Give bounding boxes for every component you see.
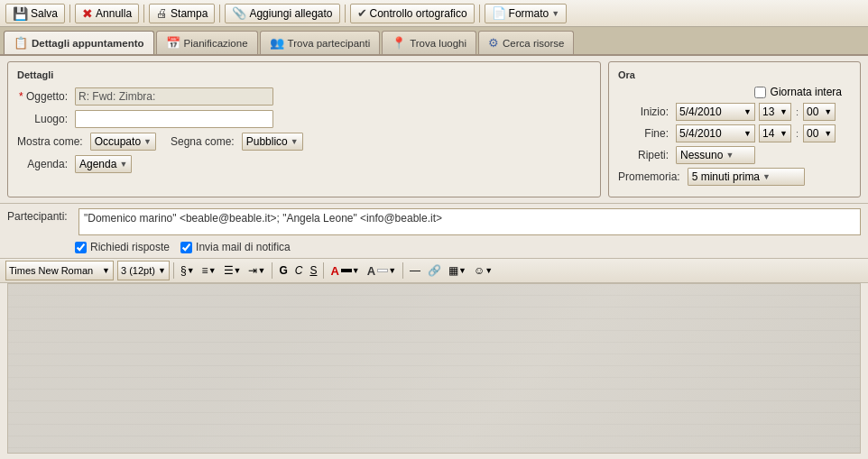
save-button[interactable]: 💾 Salva [5,4,65,23]
dettagli-title: Dettagli [17,69,591,82]
font-color-icon: A [330,264,338,278]
promemoria-row: Promemoria: 5 minuti prima ▼ [618,168,851,186]
link-btn[interactable]: 🔗 [425,261,444,280]
luogo-label: Luogo: [17,113,71,125]
format-arrow-icon: ▼ [551,9,559,18]
tab-luoghi-icon: 📍 [392,36,406,50]
italic-btn[interactable]: C [292,261,306,280]
editor-area[interactable] [7,283,861,454]
luogo-input[interactable] [75,110,273,128]
format-button[interactable]: 📄 Formato ▼ [485,4,568,23]
mostra-arrow-icon: ▼ [143,137,152,146]
inizio-m-arrow: ▼ [824,107,832,116]
sep1 [69,5,70,23]
inizio-h-btn[interactable]: 13 ▼ [759,103,791,121]
hr-btn[interactable]: — [407,261,423,280]
checkbox-row: Richiedi risposte Invia mail di notifica [0,238,868,258]
font-size-dropdown[interactable]: 3 (12pt) ▼ [117,261,170,280]
tab-luoghi[interactable]: 📍 Trova luoghi [382,31,476,54]
tab-risorse-label: Cerca risorse [503,38,564,49]
inizio-m-value: 00 [807,106,818,118]
inizio-h-arrow: ▼ [780,107,788,116]
main-panel: Dettagli Oggetto: Luogo: Mostra come: Oc… [0,56,868,459]
giornata-intera-checkbox[interactable] [754,87,766,98]
fine-h-arrow: ▼ [780,129,788,138]
font-family-value: Times New Roman [9,265,93,276]
font-family-dropdown[interactable]: Times New Roman ▼ [5,261,114,280]
tab-risorse[interactable]: ⚙ Cerca risorse [478,31,574,54]
font-size-value: 3 (12pt) [121,265,155,276]
attach-button[interactable]: 📎 Aggiungi allegato [225,4,339,23]
fine-label: Fine: [618,127,672,140]
tab-partecipanti[interactable]: 👥 Trova partecipanti [260,31,381,54]
details-ora-section: Dettagli Oggetto: Luogo: Mostra come: Oc… [0,56,868,204]
format-toolbar: Times New Roman ▼ 3 (12pt) ▼ §▼ ≡▼ ☰▼ ⇥▼… [0,258,868,283]
indent-btn[interactable]: ⇥▼ [245,261,268,280]
partecipanti-value: "Domenico marino" <beable@beable.it>; "A… [84,212,442,225]
inizio-date-value: 5/4/2010 [679,106,722,118]
paragraph-style-btn[interactable]: §▼ [178,261,198,280]
partecipanti-field[interactable]: "Domenico marino" <beable@beable.it>; "A… [78,208,861,235]
save-icon: 💾 [13,6,28,21]
ripeti-value: Nessuno [680,149,723,161]
inizio-date-btn[interactable]: 5/4/2010 ▼ [676,103,755,121]
list-btn[interactable]: ☰▼ [221,261,245,280]
cancel-label: Annulla [96,7,132,20]
spell-button[interactable]: ✔ Controllo ortografico [350,4,475,23]
richiedi-risposte-checkbox[interactable] [75,242,87,253]
print-icon: 🖨 [156,6,168,20]
segna-label: Segna come: [171,135,235,148]
highlight-btn[interactable]: A ▼ [365,261,399,280]
indent-arrow: ▼ [257,266,265,275]
ripeti-label: Ripeti: [618,149,672,161]
tab-partecipanti-icon: 👥 [270,36,284,50]
segna-dropdown[interactable]: Pubblico ▼ [242,133,303,151]
font-color-btn[interactable]: A ▼ [328,261,362,280]
attach-label: Aggiungi allegato [249,7,332,20]
para-arrow: ▼ [187,266,195,275]
fmt-sep4 [402,262,403,279]
tab-dettagli[interactable]: 📋 Dettagli appuntamento [4,31,154,54]
mostra-label: Mostra come: [17,135,87,148]
ripeti-row: Ripeti: Nessuno ▼ [618,146,851,164]
fine-m-arrow: ▼ [824,129,832,138]
ora-title: Ora [618,69,851,80]
promemoria-arrow-icon: ▼ [762,172,771,181]
fine-date-btn[interactable]: 5/4/2010 ▼ [676,124,755,142]
bold-btn[interactable]: G [276,261,290,280]
tab-pianificazione-icon: 📅 [166,36,180,50]
mostra-dropdown[interactable]: Occupato ▼ [90,133,156,151]
cancel-button[interactable]: ✖ Annulla [75,4,139,23]
spell-icon: ✔ [357,6,367,20]
align-btn[interactable]: ≡▼ [199,261,219,280]
underline-btn[interactable]: S [307,261,319,280]
spell-label: Controllo ortografico [370,7,467,20]
fine-m-btn[interactable]: 00 ▼ [803,124,836,142]
tab-pianificazione[interactable]: 📅 Pianificazione [156,31,258,54]
tab-risorse-icon: ⚙ [488,36,499,50]
emoji-btn[interactable]: ☺ ▼ [471,261,495,280]
fine-row: Fine: 5/4/2010 ▼ 14 ▼ : 00 ▼ [618,124,851,142]
promemoria-label: Promemoria: [618,170,684,183]
fmt-sep3 [323,262,324,279]
giornata-intera-label: Giornata intera [771,86,842,98]
table-btn[interactable]: ▦ ▼ [446,261,469,280]
oggetto-input[interactable] [75,87,273,106]
print-button[interactable]: 🖨 Stampa [149,4,215,23]
richiedi-risposte-item[interactable]: Richiedi risposte [75,241,170,253]
sep4 [345,5,346,23]
highlight-icon: A [367,264,375,278]
promemoria-dropdown[interactable]: 5 minuti prima ▼ [688,168,805,186]
richiedi-risposte-label: Richiedi risposte [90,241,170,253]
partecipanti-label: Partecipanti: [7,208,75,223]
inizio-m-btn[interactable]: 00 ▼ [803,103,836,121]
agenda-dropdown[interactable]: Agenda ▼ [75,155,132,173]
fine-m-value: 00 [807,127,818,140]
invia-notifica-checkbox[interactable] [180,242,192,253]
promemoria-value: 5 minuti prima [692,170,760,183]
tab-partecipanti-label: Trova partecipanti [288,38,371,49]
ora-box: Ora Giornata intera Inizio: 5/4/2010 ▼ 1… [608,61,861,197]
fine-h-btn[interactable]: 14 ▼ [759,124,791,142]
ripeti-dropdown[interactable]: Nessuno ▼ [676,146,755,164]
invia-notifica-item[interactable]: Invia mail di notifica [180,241,291,253]
